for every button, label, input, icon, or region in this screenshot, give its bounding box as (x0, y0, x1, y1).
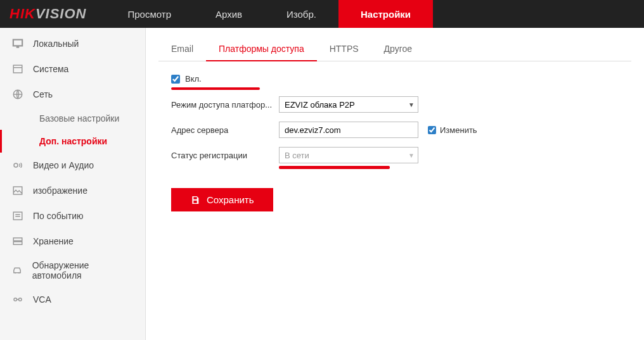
mode-select[interactable] (279, 96, 418, 113)
sidebar: Локальный Система Сеть Базовые настройки… (0, 28, 146, 340)
enable-label: Вкл. (185, 74, 202, 84)
sidebar-item-local[interactable]: Локальный (0, 31, 145, 56)
sidebar-item-storage[interactable]: Хранение (0, 229, 145, 254)
topnav-item-archive[interactable]: Архив (193, 0, 264, 28)
logo-part1: HIK (10, 6, 35, 22)
mode-label: Режим доступа платфор... (171, 100, 279, 110)
form-row-mode: Режим доступа платфор... ▼ (171, 96, 631, 113)
sidebar-label: Обнаружение автомобиля (32, 260, 134, 280)
tab-email[interactable]: Email (158, 37, 206, 61)
form-area: Вкл. Режим доступа платфор... ▼ Адрес се… (158, 74, 631, 211)
sidebar-label: изображение (33, 186, 87, 196)
status-field (279, 147, 418, 163)
sidebar-label: Система (33, 64, 68, 74)
topnav-item-view[interactable]: Просмотр (105, 0, 193, 28)
sidebar-item-image[interactable]: изображение (0, 178, 145, 203)
svg-point-13 (19, 298, 22, 301)
sidebar-label: VCA (33, 294, 51, 305)
enable-checkbox[interactable] (171, 75, 180, 84)
tab-https[interactable]: HTTPS (317, 37, 371, 61)
sidebar-item-advanced-settings[interactable]: Доп. настройки (0, 130, 145, 153)
monitor-icon (11, 37, 24, 50)
sidebar-label: По событию (33, 211, 84, 221)
sidebar-label: Базовые настройки (39, 113, 119, 123)
sidebar-item-vehicle[interactable]: Обнаружение автомобиля (0, 254, 145, 287)
tabs: Email Платформы доступа HTTPS Другое (158, 37, 631, 61)
image-icon (11, 184, 24, 197)
sidebar-item-basic-settings[interactable]: Базовые настройки (0, 107, 145, 130)
top-nav: HIKVISION Просмотр Архив Изобр. Настройк… (0, 0, 644, 28)
window-icon (11, 63, 24, 75)
videoaudio-icon (11, 159, 24, 172)
tab-platform-access[interactable]: Платформы доступа (206, 37, 317, 61)
status-label: Статус регистрации (171, 151, 279, 160)
topnav-item-image[interactable]: Изобр. (264, 0, 338, 28)
sidebar-label: Сеть (33, 89, 53, 99)
sidebar-item-network[interactable]: Сеть (0, 82, 145, 107)
list-icon (11, 210, 24, 222)
save-label: Сохранить (207, 194, 254, 205)
form-row-status: Статус регистрации ▼ (171, 147, 631, 163)
save-icon (190, 195, 200, 205)
modify-label: Изменить (440, 125, 477, 135)
sidebar-label: Видео и Аудио (33, 160, 94, 170)
form-row-server: Адрес сервера Изменить (171, 122, 631, 138)
svg-point-12 (14, 298, 17, 301)
main-content: Email Платформы доступа HTTPS Другое Вкл… (146, 28, 644, 340)
svg-point-11 (18, 272, 20, 274)
sidebar-label: Локальный (33, 39, 79, 49)
globe-icon (11, 88, 24, 101)
modify-checkbox[interactable] (428, 126, 436, 134)
sidebar-item-event[interactable]: По событию (0, 203, 145, 229)
top-nav-items: Просмотр Архив Изобр. Настройки (105, 0, 433, 28)
form-row-enable: Вкл. (171, 74, 631, 84)
vca-icon (11, 293, 24, 306)
svg-point-10 (15, 272, 16, 274)
modify-wrapper: Изменить (428, 125, 477, 135)
server-input[interactable] (279, 122, 418, 138)
topnav-item-settings[interactable]: Настройки (338, 0, 433, 28)
highlight-line-2 (279, 166, 390, 169)
logo-part2: VISION (35, 6, 87, 22)
server-label: Адрес сервера (171, 125, 279, 135)
sidebar-item-video-audio[interactable]: Видео и Аудио (0, 153, 145, 178)
sidebar-label: Доп. настройки (39, 136, 107, 146)
svg-rect-8 (13, 238, 22, 241)
svg-point-3 (14, 163, 18, 167)
svg-rect-0 (13, 65, 22, 73)
save-button[interactable]: Сохранить (171, 188, 273, 211)
logo: HIKVISION (0, 6, 105, 22)
tab-other[interactable]: Другое (371, 37, 425, 61)
storage-icon (11, 235, 24, 248)
sidebar-label: Хранение (33, 236, 74, 246)
highlight-line-1 (171, 87, 260, 90)
sidebar-item-system[interactable]: Система (0, 56, 145, 82)
car-icon (11, 264, 23, 277)
sidebar-item-vca[interactable]: VCA (0, 287, 145, 312)
svg-rect-9 (13, 242, 22, 245)
